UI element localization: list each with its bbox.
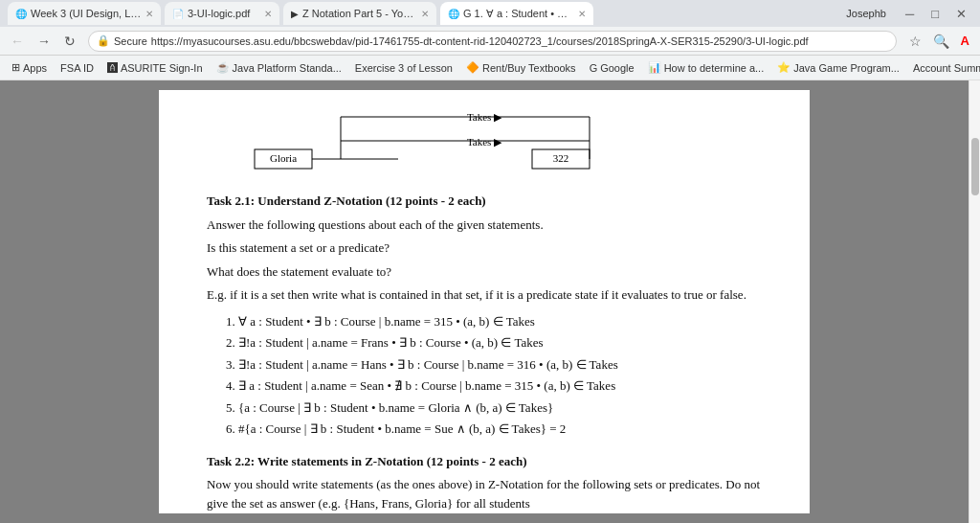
- refresh-button[interactable]: ↻: [59, 32, 80, 51]
- tab-label-active: G 1. ∀ a : Student • ∃ b : C...: [463, 8, 574, 20]
- bookmark-exercise-label: Exercise 3 of Lesson: [355, 62, 453, 74]
- address-bar[interactable]: 🔒 Secure https://myasucourses.asu.edu/bb…: [88, 31, 897, 52]
- tab-youtube[interactable]: ▶ Z Notation Part 5 - YouT... ✕: [283, 2, 436, 25]
- user-name: Josephb: [846, 8, 886, 19]
- task21-stmt2: 2. ∃!a : Student | a.name = Frans • ∃ b …: [226, 333, 762, 352]
- task21-body: Task 2.1: Understand Z-Notation (12 poin…: [207, 192, 762, 439]
- task21-stmt4: 4. ∃ a : Student | a.name = Sean • ∄ b :…: [226, 376, 762, 396]
- svg-text:Takes ▶: Takes ▶: [467, 136, 502, 148]
- rentbuy-icon: 🔶: [466, 61, 479, 74]
- bookmark-asurite-label: ASURITE Sign-In: [121, 62, 203, 74]
- nav-bar: ← → ↻ 🔒 Secure https://myasucourses.asu.…: [0, 27, 980, 56]
- bookmark-java[interactable]: ☕ Java Platform Standa...: [211, 59, 347, 76]
- bookmark-fsa-label: FSA ID: [60, 62, 94, 74]
- nav-icons: ☆ 🔍 A: [904, 32, 974, 51]
- google-icon: G: [590, 62, 598, 74]
- task21-stmt3: 3. ∃!a : Student | a.name = Hans • ∃ b :…: [226, 355, 762, 375]
- tab-close-youtube[interactable]: ✕: [421, 9, 429, 19]
- close-button[interactable]: ✕: [950, 5, 972, 23]
- bookmark-rentbuy-label: Rent/Buy Textbooks: [482, 62, 576, 74]
- scrollbar-thumb[interactable]: [971, 138, 979, 195]
- bookmark-account-label: Account Summary: [913, 62, 980, 74]
- tab-close-week3[interactable]: ✕: [145, 9, 153, 19]
- minimize-button[interactable]: ─: [900, 5, 920, 23]
- vertical-scrollbar[interactable]: [969, 80, 980, 523]
- tab-icon-week3: 🌐: [15, 9, 27, 19]
- forward-button[interactable]: →: [33, 32, 56, 51]
- task21-q2: What does the statement evaluate to?: [207, 262, 762, 282]
- bookmark-account[interactable]: Account Summary: [907, 60, 980, 76]
- javagame-icon: ⭐: [777, 61, 791, 74]
- lock-icon: 🔒: [97, 34, 110, 47]
- tab-icon-active: 🌐: [448, 9, 459, 19]
- bookmark-exercise[interactable]: Exercise 3 of Lesson: [349, 60, 458, 76]
- search-icon[interactable]: 🔍: [928, 32, 954, 51]
- tab-close-pdf[interactable]: ✕: [264, 9, 272, 19]
- task21-title: Task 2.1: Understand Z-Notation (12 poin…: [207, 192, 762, 211]
- tab-icon-youtube: ▶: [291, 9, 299, 19]
- tab-label-youtube: Z Notation Part 5 - YouT...: [302, 8, 417, 19]
- bookmark-java-label: Java Platform Standa...: [233, 62, 342, 74]
- tab-active[interactable]: 🌐 G 1. ∀ a : Student • ∃ b : C... ✕: [440, 2, 593, 25]
- task22-title: Task 2.2: Write statements in Z-Notation…: [207, 452, 762, 471]
- window-controls: Josephb ─ □ ✕: [846, 5, 972, 23]
- bookmark-google[interactable]: G Google: [584, 60, 640, 76]
- pdf-viewer: Takes ▶ Takes ▶ Gloria: [0, 80, 969, 523]
- tab-icon-pdf: 📄: [172, 9, 184, 19]
- secure-label: Secure: [114, 35, 147, 47]
- bookmark-javagame-label: Java Game Program...: [793, 62, 900, 74]
- bookmark-fsa[interactable]: FSA ID: [55, 60, 100, 76]
- tab-week3[interactable]: 🌐 Week 3 (UI Design, Logic... ✕: [8, 2, 161, 25]
- tab-pdf[interactable]: 📄 3-UI-logic.pdf ✕: [165, 2, 279, 25]
- bookmark-howto[interactable]: 📊 How to determine a...: [642, 59, 770, 76]
- task21-statements-list: 1. ∀ a : Student • ∃ b : Course | b.name…: [226, 312, 762, 439]
- asurite-icon: 🅰: [107, 62, 118, 74]
- task22-body: Task 2.2: Write statements in Z-Notation…: [207, 452, 762, 513]
- bookmark-rentbuy[interactable]: 🔶 Rent/Buy Textbooks: [460, 59, 582, 76]
- task22-intro: Now you should write statements (as the …: [207, 475, 762, 512]
- bookmark-google-label: Google: [600, 62, 634, 74]
- howto-icon: 📊: [648, 61, 661, 74]
- task21-stmt5: 5. {a : Course | ∃ b : Student • b.name …: [226, 398, 762, 418]
- task21-q3: E.g. if it is a set then write what is c…: [207, 285, 762, 305]
- browser-content: Takes ▶ Takes ▶ Gloria: [0, 80, 980, 523]
- bookmark-apps[interactable]: ⊞ Apps: [6, 59, 53, 76]
- bookmark-javagame[interactable]: ⭐ Java Game Program...: [771, 59, 905, 76]
- tab-label-pdf: 3-UI-logic.pdf: [188, 8, 260, 19]
- task21-stmt1: 1. ∀ a : Student • ∃ b : Course | b.name…: [226, 312, 762, 331]
- pdf-page: Takes ▶ Takes ▶ Gloria: [159, 90, 810, 513]
- task21-stmt6: 6. #{a : Course | ∃ b : Student • b.name…: [226, 420, 762, 439]
- java-icon: ☕: [216, 61, 230, 74]
- svg-text:Gloria: Gloria: [270, 152, 297, 164]
- apps-icon: ⊞: [11, 61, 20, 74]
- task21-q1: Is this statement a set or a predicate?: [207, 239, 762, 258]
- bookmark-asurite[interactable]: 🅰 ASURITE Sign-In: [101, 60, 209, 76]
- maximize-button[interactable]: □: [925, 5, 945, 23]
- task21-intro: Answer the following questions about eac…: [207, 216, 762, 235]
- bookmarks-bar: ⊞ Apps FSA ID 🅰 ASURITE Sign-In ☕ Java P…: [0, 56, 980, 80]
- title-bar: 🌐 Week 3 (UI Design, Logic... ✕ 📄 3-UI-l…: [0, 0, 980, 27]
- back-button[interactable]: ←: [6, 32, 29, 51]
- tab-label-week3: Week 3 (UI Design, Logic...: [31, 8, 142, 19]
- pdf-icon[interactable]: A: [956, 32, 974, 51]
- tab-close-active[interactable]: ✕: [578, 9, 586, 19]
- bookmark-star-icon[interactable]: ☆: [904, 32, 926, 51]
- diagram-area: Takes ▶ Takes ▶ Gloria: [207, 109, 762, 176]
- bookmark-howto-label: How to determine a...: [664, 62, 765, 74]
- url-text: https://myasucourses.asu.edu/bbcswebdav/…: [151, 35, 888, 47]
- bookmark-apps-label: Apps: [23, 62, 47, 74]
- svg-text:322: 322: [553, 152, 569, 164]
